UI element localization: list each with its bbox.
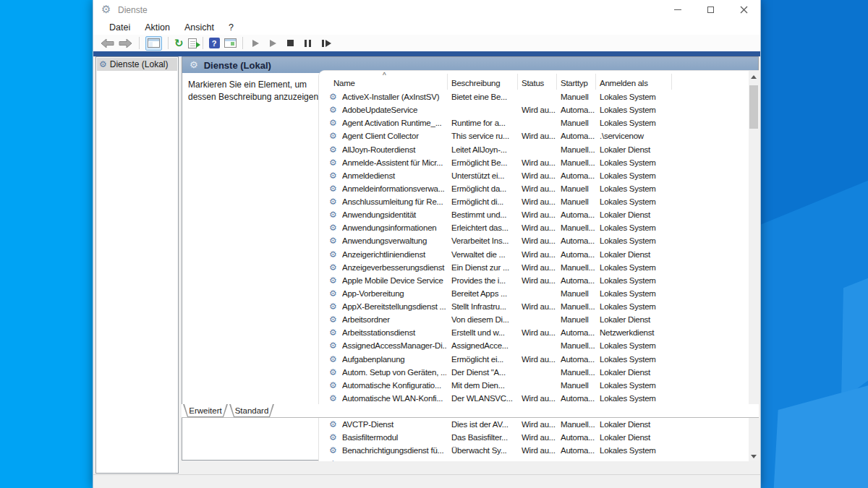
cell-starttyp: Manuell bbox=[561, 93, 598, 101]
table-row[interactable]: ⚙Autom. Setup von Geräten, ...Der Dienst… bbox=[319, 367, 749, 380]
table-row[interactable]: ⚙ActiveX-Installer (AxInstSV)Bietet eine… bbox=[319, 91, 749, 104]
table-row[interactable]: ⚙AssignedAccessManager-Di...AssignedAcce… bbox=[319, 340, 749, 353]
table-row[interactable]: ⚙AnwendungsinformationenErleichtert das.… bbox=[319, 222, 749, 235]
tab-erweitert[interactable]: Erweitert bbox=[183, 404, 228, 417]
table-row[interactable]: ⚙ArbeitsstationsdienstErstellt und w...W… bbox=[319, 327, 749, 340]
menu-aktion[interactable]: Aktion bbox=[137, 21, 177, 34]
cell-anmelden-als: Lokales System bbox=[600, 381, 679, 390]
cell-anmelden-als: Netzwerkdienst bbox=[600, 328, 679, 337]
cell-beschreibung: Ermöglicht ei... bbox=[451, 355, 520, 364]
scroll-up-icon[interactable] bbox=[749, 71, 759, 82]
refresh-icon[interactable]: ↻ bbox=[174, 36, 184, 51]
service-gear-icon: ⚙ bbox=[329, 197, 337, 207]
table-row[interactable]: ⚙AnzeigerichtliniendienstVerwaltet die .… bbox=[319, 249, 749, 262]
column-divider[interactable] bbox=[556, 74, 557, 90]
show-console-tree-icon[interactable] bbox=[145, 36, 162, 51]
table-row[interactable]: ⚙App-VorbereitungBereitet Apps ...Manuel… bbox=[319, 288, 749, 301]
cell-starttyp: Manuell bbox=[561, 119, 598, 127]
cell-status: Wird au... bbox=[522, 446, 559, 455]
maximize-button[interactable] bbox=[694, 0, 727, 20]
table-row[interactable]: ⚙BasisfiltermodulDas Basisfilter...Wird … bbox=[319, 432, 749, 445]
table-row[interactable]: ⚙AllJoyn-RouterdienstLeitet AllJoyn-...M… bbox=[319, 144, 749, 157]
resume-service-icon[interactable] bbox=[270, 36, 276, 51]
cell-beschreibung: Von diesem Di... bbox=[451, 315, 520, 324]
cell-name: Apple Mobile Device Service bbox=[342, 276, 446, 285]
table-row[interactable]: ⚙Agent Activation Runtime_...Runtime for… bbox=[319, 117, 749, 130]
menu-ansicht[interactable]: Ansicht bbox=[177, 21, 221, 34]
service-gear-icon: ⚙ bbox=[329, 106, 337, 115]
pause-service-icon[interactable] bbox=[305, 36, 311, 51]
table-row[interactable]: ⚙Benutzerdatenzugriff_...Verarbeitet di.… bbox=[319, 458, 749, 462]
toolbar-separator bbox=[139, 37, 140, 49]
cell-starttyp: Automa... bbox=[561, 355, 598, 364]
table-row[interactable]: ⚙Anmeldeinformationsverwa...Ermöglicht d… bbox=[319, 183, 749, 196]
table-row[interactable]: ⚙AVCTP-DienstDies ist der AV...Wird au..… bbox=[319, 419, 749, 432]
table-row[interactable]: ⚙AdobeUpdateServiceWird au...Automa...Lo… bbox=[319, 104, 749, 117]
forward-icon[interactable] bbox=[119, 36, 133, 51]
cell-name: AppX-Bereitstellungsdienst ... bbox=[342, 302, 446, 311]
cell-status: Wird au... bbox=[522, 197, 559, 206]
cell-anmelden-als: Lokaler Dienst bbox=[600, 210, 679, 219]
column-header-anmelden-als[interactable]: Anmelden als bbox=[600, 79, 648, 87]
desktop-wallpaper bbox=[761, 0, 868, 488]
cell-beschreibung: Bereitet Apps ... bbox=[451, 289, 520, 298]
cell-name: Autom. Setup von Geräten, ... bbox=[342, 368, 446, 377]
cell-starttyp: Manuell bbox=[561, 289, 598, 298]
table-row[interactable]: ⚙AnwendungsidentitätBestimmt und...Wird … bbox=[319, 209, 749, 222]
minimize-button[interactable] bbox=[661, 0, 694, 20]
column-divider[interactable] bbox=[595, 74, 596, 90]
title-bar[interactable]: ⚙ Dienste bbox=[93, 0, 760, 20]
cell-anmelden-als: Lokales System bbox=[600, 184, 679, 193]
cell-name: Benachrichtigungsdienst fü... bbox=[342, 446, 446, 455]
properties-window-icon[interactable] bbox=[224, 36, 237, 51]
menu-datei[interactable]: Datei bbox=[102, 21, 137, 34]
export-list-icon[interactable] bbox=[188, 36, 197, 51]
console-tree-glyph bbox=[148, 38, 160, 48]
service-gear-icon: ⚙ bbox=[329, 132, 337, 141]
column-header-status[interactable]: Status bbox=[522, 79, 544, 87]
service-gear-icon: ⚙ bbox=[329, 328, 337, 338]
table-row[interactable]: ⚙ArbeitsordnerVon diesem Di...ManuellLok… bbox=[319, 314, 749, 327]
cell-starttyp: Automa... bbox=[561, 394, 598, 403]
table-row[interactable]: ⚙AnwendungsverwaltungVerarbeitet Ins...W… bbox=[319, 235, 749, 248]
scroll-down-icon[interactable] bbox=[749, 450, 759, 461]
column-header-starttyp[interactable]: Starttyp bbox=[561, 79, 588, 87]
scrollbar-thumb[interactable] bbox=[749, 85, 758, 129]
restart-service-icon[interactable] bbox=[322, 36, 331, 51]
table-row[interactable]: ⚙Agent Client CollectorThis service ru..… bbox=[319, 130, 749, 143]
table-row[interactable]: ⚙AnzeigeverbesserungsdienstEin Dienst zu… bbox=[319, 262, 749, 275]
tree-item-dienste-lokal[interactable]: ⚙ Dienste (Lokal) bbox=[97, 58, 177, 71]
tab-standard[interactable]: Standard bbox=[229, 404, 274, 417]
start-service-icon[interactable] bbox=[252, 36, 259, 51]
table-row[interactable]: ⚙Apple Mobile Device ServiceProvides the… bbox=[319, 275, 749, 288]
cell-anmelden-als: Lokales System bbox=[600, 263, 679, 272]
table-row[interactable]: ⚙AppX-Bereitstellungsdienst ...Stellt In… bbox=[319, 301, 749, 314]
table-row[interactable]: ⚙Anschlussumleitung für Re...Ermöglicht … bbox=[319, 196, 749, 209]
cell-name: Agent Client Collector bbox=[342, 132, 446, 140]
table-row[interactable]: ⚙Automatische Konfiguratio...Mit dem Die… bbox=[319, 380, 749, 393]
service-gear-icon: ⚙ bbox=[329, 420, 337, 429]
view-tab-strip: Erweitert Standard bbox=[182, 404, 759, 418]
column-header-beschreibung[interactable]: Beschreibung bbox=[451, 79, 500, 87]
table-row[interactable]: ⚙AnmeldedienstUnterstützt ei...Wird au..… bbox=[319, 170, 749, 183]
table-row[interactable]: ⚙AufgabenplanungErmöglicht ei...Wird au.… bbox=[319, 354, 749, 367]
vertical-scrollbar[interactable] bbox=[749, 71, 759, 461]
help-icon[interactable] bbox=[209, 36, 220, 51]
cell-status: Wird au... bbox=[522, 328, 559, 337]
back-icon[interactable] bbox=[100, 36, 114, 51]
table-row[interactable]: ⚙Anmelde-Assistent für Micr...Ermöglicht… bbox=[319, 157, 749, 170]
column-divider[interactable] bbox=[671, 74, 672, 90]
close-button[interactable] bbox=[728, 0, 760, 20]
cell-starttyp: Manuell... bbox=[561, 263, 598, 272]
sort-ascending-icon[interactable]: ^ bbox=[383, 72, 386, 80]
stop-service-icon[interactable] bbox=[287, 36, 294, 51]
cell-starttyp: Manuell bbox=[561, 184, 598, 193]
column-divider[interactable] bbox=[447, 74, 448, 90]
column-divider[interactable] bbox=[517, 74, 518, 90]
table-row[interactable]: ⚙Benachrichtigungsdienst fü...Überwacht … bbox=[319, 445, 749, 458]
menu-hilfe[interactable]: ? bbox=[221, 21, 241, 34]
cell-anmelden-als: Lokales System bbox=[600, 223, 679, 232]
cell-starttyp: Automa... bbox=[561, 132, 598, 140]
properties-glyph bbox=[224, 38, 237, 48]
column-header-name[interactable]: Name bbox=[333, 79, 355, 87]
